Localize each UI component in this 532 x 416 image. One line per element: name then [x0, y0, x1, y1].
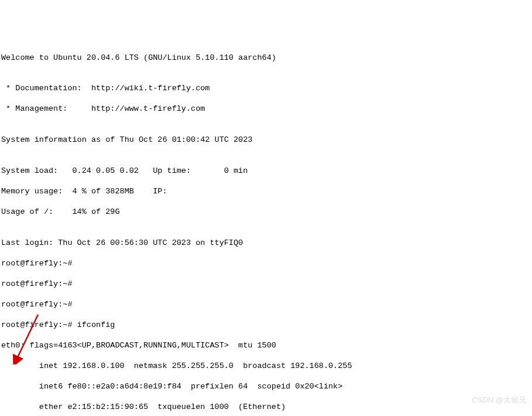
memory-usage-line: Memory usage: 4 % of 3828MB IP:: [1, 186, 531, 197]
documentation-line: * Documentation: http://wiki.t-firefly.c…: [1, 83, 531, 94]
terminal-output[interactable]: Welcome to Ubuntu 20.04.6 LTS (GNU/Linux…: [1, 42, 531, 416]
eth0-flags-line: eth0: flags=4163<UP,BROADCAST,RUNNING,MU…: [1, 340, 531, 351]
eth0-ether-line: ether e2:15:b2:15:90:65 txqueuelen 1000 …: [1, 402, 531, 412]
prompt-ifconfig-line: root@firefly:~# ifconfig: [1, 320, 531, 330]
system-info-line: System information as of Thu Oct 26 01:0…: [1, 135, 531, 145]
management-line: * Management: http://www.t-firefly.com: [1, 104, 531, 114]
prompt-line: root@firefly:~#: [1, 299, 531, 310]
prompt-line: root@firefly:~#: [1, 279, 531, 289]
eth0-inet-line: inet 192.168.0.100 netmask 255.255.255.0…: [1, 361, 531, 371]
last-login-line: Last login: Thu Oct 26 00:56:30 UTC 2023…: [1, 238, 531, 248]
welcome-line: Welcome to Ubuntu 20.04.6 LTS (GNU/Linux…: [1, 53, 531, 63]
system-load-line: System load: 0.24 0.05 0.02 Up time: 0 m…: [1, 166, 531, 176]
prompt-line: root@firefly:~#: [1, 258, 531, 269]
disk-usage-line: Usage of /: 14% of 29G: [1, 207, 531, 217]
eth0-inet6-line: inet6 fe80::e2a0:a6d4:8e19:f84 prefixlen…: [1, 381, 531, 392]
